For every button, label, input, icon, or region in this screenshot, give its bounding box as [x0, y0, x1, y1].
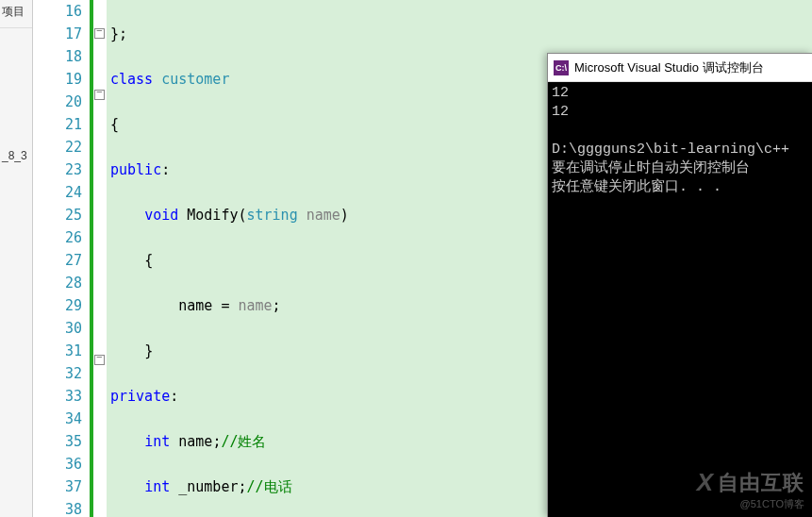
line-number: 37	[33, 475, 82, 498]
vs-console-icon: C:\	[554, 60, 569, 75]
line-number: 33	[33, 385, 82, 408]
line-number: 28	[33, 272, 82, 294]
function-name: Modify	[187, 207, 238, 224]
solution-explorer-panel[interactable]: 项目 _8_3	[0, 0, 33, 517]
panel-separator	[0, 27, 32, 28]
line-number: 17	[33, 23, 82, 45]
comment: //姓名	[221, 433, 266, 450]
comment: //电话	[247, 478, 292, 495]
panel-item-file[interactable]: _8_3	[0, 147, 32, 164]
fold-column	[90, 0, 107, 517]
parameter: name	[307, 207, 340, 224]
code-text: {	[144, 252, 153, 269]
fold-toggle-icon[interactable]	[94, 355, 105, 365]
console-line: 按任意键关闭此窗口. . .	[552, 178, 808, 197]
keyword: class	[110, 71, 153, 88]
console-title: Microsoft Visual Studio 调试控制台	[574, 59, 764, 76]
console-line: D:\gggguns2\bit-learning\c++	[552, 141, 808, 159]
line-number: 20	[33, 91, 82, 113]
line-number: 25	[33, 204, 82, 226]
fold-toggle-icon[interactable]	[94, 90, 105, 100]
console-line	[552, 122, 808, 141]
line-number: 24	[33, 181, 82, 204]
line-number: 30	[33, 317, 82, 340]
keyword: void	[144, 207, 178, 224]
fold-toggle-icon[interactable]	[94, 28, 105, 39]
identifier: _number	[178, 478, 238, 495]
console-line: 12	[552, 84, 808, 103]
line-number: 29	[33, 294, 82, 317]
line-number: 23	[33, 158, 82, 181]
line-number: 36	[33, 453, 82, 475]
line-number-gutter: 1617181920212223242526272829303132333435…	[33, 0, 90, 517]
code-text: {	[110, 116, 119, 133]
line-number: 38	[33, 498, 82, 517]
panel-item-project[interactable]: 项目	[0, 2, 32, 22]
line-number: 35	[33, 430, 82, 453]
line-number: 18	[33, 45, 82, 68]
code-text: };	[110, 25, 127, 42]
identifier: name	[178, 433, 212, 450]
debug-console-window[interactable]: C:\ Microsoft Visual Studio 调试控制台 12 12 …	[547, 53, 812, 517]
type-name: customer	[161, 71, 229, 88]
line-number: 26	[33, 226, 82, 249]
console-output[interactable]: 12 12 D:\gggguns2\bit-learning\c++ 要在调试停…	[548, 82, 812, 517]
code-text: }	[144, 342, 153, 359]
line-number: 19	[33, 68, 82, 91]
line-number: 32	[33, 362, 82, 385]
line-number: 27	[33, 249, 82, 272]
keyword: int	[144, 478, 170, 495]
line-number: 21	[33, 113, 82, 136]
console-line: 要在调试停止时自动关闭控制台	[552, 159, 808, 178]
console-line: 12	[552, 103, 808, 122]
code-line[interactable]: };	[110, 23, 812, 45]
keyword: int	[144, 433, 170, 450]
identifier: name	[178, 297, 212, 314]
keyword: private	[110, 388, 170, 405]
line-number: 34	[33, 408, 82, 430]
keyword: public	[110, 161, 161, 178]
line-number: 16	[33, 0, 82, 23]
identifier: name	[238, 297, 272, 314]
console-titlebar[interactable]: C:\ Microsoft Visual Studio 调试控制台	[548, 54, 812, 82]
line-number: 31	[33, 340, 82, 362]
line-number: 22	[33, 136, 82, 158]
type-name: string	[247, 207, 298, 224]
